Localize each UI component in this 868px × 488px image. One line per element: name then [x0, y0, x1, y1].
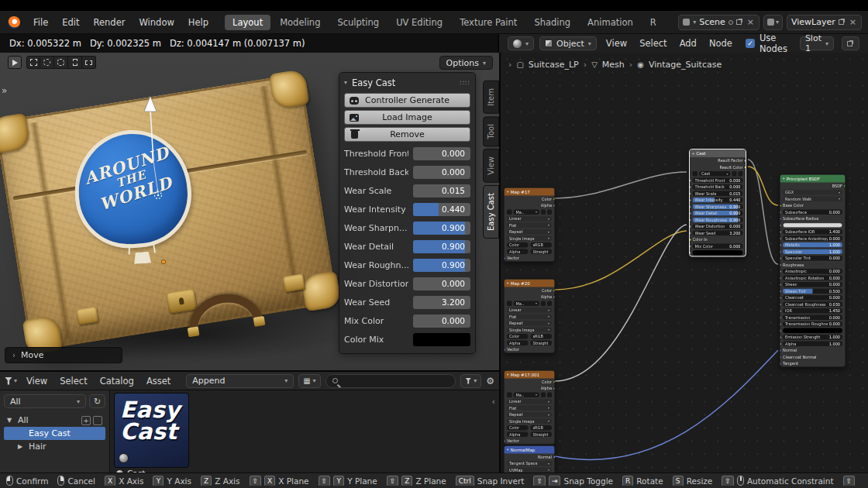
menu-item[interactable]: Catalog — [94, 376, 140, 387]
node-row[interactable]: Normal — [505, 454, 555, 461]
workspace-tab[interactable]: Shading — [526, 15, 578, 30]
node-row[interactable]: Single Image▾ — [505, 418, 555, 425]
menu-item[interactable]: View — [600, 38, 633, 49]
node-socket[interactable] — [780, 356, 782, 359]
node-row[interactable]: Result Factor — [690, 157, 746, 164]
new-viewlayer-icon[interactable] — [839, 19, 844, 25]
node-socket[interactable] — [780, 204, 782, 208]
workspace-tab[interactable]: Layout — [225, 15, 270, 30]
node-socket[interactable] — [689, 252, 691, 255]
field-value[interactable]: 0.900 — [413, 240, 470, 253]
select-box-button[interactable] — [26, 56, 40, 69]
node-socket[interactable] — [689, 245, 691, 248]
refresh-button[interactable]: ↻ — [89, 394, 105, 408]
node-socket[interactable] — [504, 440, 506, 443]
remove-viewlayer-icon[interactable]: × — [849, 17, 857, 27]
node-row[interactable]: Linear▾ — [505, 398, 555, 405]
blender-logo-icon[interactable] — [8, 16, 20, 29]
node-header[interactable]: ▾NormalMap — [505, 446, 555, 454]
node-row[interactable]: Repeat▾ — [505, 320, 555, 327]
node-row[interactable]: Subsurface IOR1.400 — [780, 229, 846, 235]
node-row[interactable]: Clearcoat Roughness0.030 — [780, 301, 846, 308]
node-socket[interactable] — [844, 184, 846, 187]
node-row[interactable]: Threshold Back0.000 — [690, 184, 746, 191]
node-socket[interactable] — [780, 257, 782, 260]
workspace-tab[interactable]: Texture Paint — [452, 15, 525, 30]
select-lasso-button[interactable] — [54, 56, 68, 69]
node-socket[interactable] — [780, 263, 782, 266]
node-socket[interactable] — [780, 237, 782, 240]
node-socket[interactable] — [689, 218, 691, 222]
node-row[interactable]: Wear Sharpness0.900 — [690, 204, 746, 211]
node-row[interactable]: Transmission Roughness0.000 — [780, 321, 846, 328]
node-socket[interactable] — [780, 224, 782, 227]
node-socket[interactable] — [553, 204, 556, 208]
node-socket[interactable] — [780, 218, 782, 221]
node-socket[interactable] — [780, 310, 782, 313]
node-row[interactable]: Color — [505, 196, 555, 203]
field-value[interactable]: 0.900 — [413, 259, 470, 272]
menu-item[interactable]: Add — [673, 38, 703, 49]
workspace-tab[interactable]: R — [642, 15, 664, 30]
node-socket[interactable] — [689, 186, 691, 189]
node-socket[interactable] — [689, 232, 691, 235]
node-row[interactable]: Subsurface Anisotropy0.000 — [780, 235, 846, 242]
node-socket[interactable] — [504, 349, 506, 352]
asset-thumbnail[interactable]: Easy Cast — [115, 393, 188, 467]
node-row[interactable]: Subsurface0.000 — [780, 209, 846, 216]
node-socket[interactable] — [780, 270, 782, 273]
catalog-add-icon[interactable]: + — [81, 416, 91, 425]
node-row[interactable]: Transmission0.000 — [780, 314, 846, 321]
node-principled-bsdf[interactable]: ▾Principled BSDFBSDFGGX▾Random Walk▾Base… — [780, 174, 846, 367]
node-socket[interactable] — [780, 349, 782, 352]
use-nodes-toggle[interactable]: ✓ Use Nodes — [739, 33, 797, 54]
node-cast[interactable]: ▾CastResult FactorResult ColorCast▾Thres… — [689, 149, 746, 257]
node-row[interactable]: Ma..▾ — [505, 392, 555, 399]
catalog-collection-icon[interactable] — [93, 416, 102, 425]
node-row[interactable]: Flat▾ — [505, 222, 555, 229]
field-value[interactable]: 0.000 — [413, 314, 470, 328]
node-row[interactable]: Alpha — [505, 294, 555, 301]
node-row[interactable]: ColorsRGB — [505, 424, 555, 431]
field-value[interactable]: 0.000 — [413, 277, 470, 290]
node-socket[interactable] — [689, 205, 691, 208]
asset-grid[interactable]: Easy Cast Cast ‹ — [110, 390, 499, 473]
toolbar-expand-icon[interactable]: » — [2, 85, 7, 96]
node-row[interactable]: Wear Seed3.200 — [690, 230, 746, 237]
node-row[interactable]: Metallic1.000 — [780, 242, 846, 249]
node-socket[interactable] — [744, 166, 746, 169]
node-socket[interactable] — [553, 198, 556, 201]
import-method-dropdown[interactable]: Append ▾ — [186, 374, 294, 388]
node-row[interactable]: Subsurface Radius — [780, 215, 846, 222]
node-socket[interactable] — [553, 296, 556, 299]
select-subtract-button[interactable] — [82, 56, 96, 69]
node-header[interactable]: ▾Principled BSDF — [780, 175, 846, 183]
chevron-icon[interactable]: › — [508, 60, 512, 70]
viewlayer-browse-button[interactable]: ▾ — [763, 15, 783, 30]
node-row[interactable]: Clearcoat0.000 — [780, 294, 846, 301]
tweak-tool-button[interactable] — [8, 56, 22, 69]
panel-button[interactable]: Remove — [344, 127, 470, 142]
menu-item[interactable]: Select — [633, 38, 673, 49]
node-map-20[interactable]: ▾Map #20ColorAlphaMa..▾Linear▾Flat▾Repea… — [504, 279, 555, 353]
node-socket[interactable] — [780, 284, 782, 287]
node-row[interactable]: Wear Scale0.015 — [690, 191, 746, 198]
drag-grip-icon[interactable]: ∷∷ — [460, 79, 470, 87]
node-normalmap[interactable]: ▾NormalMapNormalTangent Space▾UVMap▾Stre… — [504, 445, 555, 473]
node-row[interactable]: Color — [505, 379, 555, 386]
node-row[interactable]: Vector — [505, 255, 555, 262]
node-row[interactable]: Anisotropic Rotation0.000 — [780, 275, 846, 282]
node-row[interactable]: Color In — [690, 236, 746, 243]
field-value[interactable]: 0.000 — [413, 166, 470, 179]
node-header[interactable]: ▾Map #20 — [505, 280, 555, 287]
node-row[interactable]: Linear▾ — [505, 215, 555, 222]
node-socket[interactable] — [553, 387, 556, 390]
snap-icon-button[interactable] — [842, 36, 859, 50]
node-row[interactable]: Ma..▾ — [505, 301, 555, 308]
node-socket[interactable] — [780, 303, 782, 306]
node-row[interactable]: Vector — [505, 346, 555, 353]
slot-dropdown[interactable]: Slot 1 ▾ — [800, 36, 834, 50]
disclosure-icon[interactable]: ▶ — [18, 443, 26, 450]
viewlayer-selector[interactable]: ViewLayer × — [787, 15, 862, 30]
node-socket[interactable] — [689, 239, 691, 242]
